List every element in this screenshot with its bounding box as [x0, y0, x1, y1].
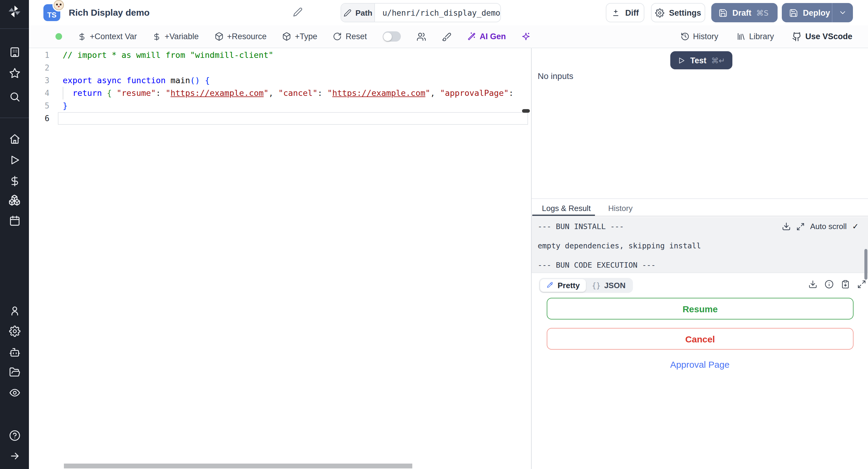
- history-button[interactable]: History: [680, 32, 718, 41]
- resume-button[interactable]: Resume: [547, 298, 854, 319]
- github-icon: [792, 32, 802, 41]
- add-resource-button[interactable]: +Resource: [214, 32, 267, 41]
- sidebar-item-help[interactable]: [7, 428, 22, 442]
- code-token: "cancel": [278, 88, 318, 98]
- line-number: 3: [29, 74, 58, 87]
- path-label: Path: [355, 8, 372, 17]
- code-token: "resume": [117, 88, 156, 98]
- result-info-button[interactable]: [825, 280, 834, 289]
- use-vscode-button[interactable]: Use VScode: [792, 32, 852, 41]
- library-icon: [736, 32, 745, 41]
- expand-logs-button[interactable]: [796, 222, 805, 230]
- code-token: return: [73, 88, 102, 98]
- add-type-button[interactable]: +Type: [282, 32, 317, 41]
- json-tab[interactable]: {} JSON: [586, 279, 632, 292]
- path-label-section: Path: [341, 4, 375, 22]
- sidebar-item-user[interactable]: [7, 303, 22, 318]
- test-button[interactable]: Test ⌘↵: [670, 51, 733, 69]
- deploy-main[interactable]: Deploy: [782, 8, 832, 17]
- editor-toolbar: +Context Var +Variable +Resource +Type: [29, 25, 868, 48]
- dollar-icon: [9, 175, 20, 187]
- diff-icon: [612, 8, 621, 17]
- code-token: "approvalPage": [440, 88, 509, 98]
- download-logs-button[interactable]: [782, 222, 791, 231]
- code-token: (: [190, 75, 195, 85]
- path-field[interactable]: Path u/henri/rich_display_demo: [341, 3, 501, 22]
- deploy-dropdown[interactable]: [832, 8, 853, 17]
- result-divider: [532, 273, 868, 273]
- sidebar-item-workspace[interactable]: [7, 44, 22, 59]
- format-button[interactable]: [441, 32, 451, 41]
- settings-button[interactable]: Settings: [651, 3, 705, 22]
- code-lines[interactable]: // import * as wmill from "windmill-clie…: [58, 49, 528, 125]
- draft-button[interactable]: Draft ⌘S: [711, 3, 778, 22]
- tab-history[interactable]: History: [608, 204, 632, 213]
- panel-splitter[interactable]: [532, 198, 868, 199]
- search-icon: [9, 91, 20, 102]
- line-number: 4: [29, 87, 58, 99]
- sidebar-item-favorites[interactable]: [7, 66, 22, 80]
- line-number: 5: [29, 99, 58, 112]
- copy-result-button[interactable]: [841, 280, 850, 289]
- path-value[interactable]: u/henri/rich_display_demo: [375, 4, 500, 22]
- download-icon: [782, 222, 791, 231]
- add-variable-button[interactable]: +Variable: [153, 32, 198, 41]
- horizontal-scrollbar[interactable]: [64, 464, 412, 468]
- sidebar-expand[interactable]: [7, 448, 22, 463]
- sidebar-item-schedules[interactable]: [7, 213, 22, 228]
- auto-scroll-checkmark[interactable]: ✓: [852, 222, 859, 231]
- add-context-var-button[interactable]: +Context Var: [78, 32, 137, 41]
- cancel-button[interactable]: Cancel: [547, 328, 854, 350]
- library-button[interactable]: Library: [736, 32, 774, 41]
- ai-gen-button[interactable]: AI Gen: [467, 32, 506, 41]
- sidebar-item-settings[interactable]: [7, 324, 22, 338]
- gear-icon: [9, 325, 20, 337]
- windmill-logo[interactable]: [7, 4, 22, 19]
- reset-button[interactable]: Reset: [333, 32, 367, 41]
- sidebar-item-resources[interactable]: [7, 193, 22, 207]
- code-token: ": [166, 88, 170, 98]
- deploy-button[interactable]: Deploy: [782, 3, 853, 22]
- boxes-icon: [8, 194, 21, 206]
- sidebar-item-search[interactable]: [7, 89, 22, 104]
- sidebar-item-workers[interactable]: [7, 345, 22, 359]
- lsp-status-dot: [56, 33, 62, 40]
- code-line[interactable]: return { "resume": "https://example.com"…: [58, 87, 528, 99]
- workspace-icon: [9, 46, 20, 58]
- logs-panel: --- BUN INSTALL ---empty dependencies, s…: [532, 217, 868, 273]
- code-line[interactable]: // import * as wmill from "windmill-clie…: [58, 49, 528, 61]
- maximize-icon: [796, 222, 805, 230]
- diff-mode-toggle[interactable]: [382, 31, 401, 41]
- arrow-right-icon: [9, 450, 20, 462]
- sidebar-item-home[interactable]: [7, 131, 22, 146]
- code-token: async: [97, 75, 121, 85]
- approval-page-link[interactable]: Approval Page: [532, 359, 868, 370]
- code-token: :: [156, 88, 166, 98]
- sidebar-item-variables[interactable]: [7, 174, 22, 188]
- expand-result-button[interactable]: [857, 280, 866, 289]
- auto-scroll-label[interactable]: Auto scroll: [810, 222, 846, 231]
- sidebar-item-runs[interactable]: [7, 153, 22, 167]
- code-line[interactable]: export async function main() {: [58, 74, 528, 87]
- pretty-tab[interactable]: Pretty: [540, 279, 586, 292]
- code-token: ": [264, 88, 269, 98]
- code-line[interactable]: }: [58, 99, 528, 112]
- edit-summary-button[interactable]: [293, 7, 303, 17]
- page-scrollbar-thumb[interactable]: [864, 249, 867, 280]
- package-icon: [214, 32, 223, 41]
- code-token: [121, 75, 126, 85]
- overview-ruler-mark: [522, 109, 530, 113]
- pencil-icon: [293, 7, 303, 17]
- sidebar-item-folders[interactable]: [7, 365, 22, 379]
- ai-gen-label: AI Gen: [479, 32, 506, 41]
- tab-logs-result[interactable]: Logs & Result: [542, 204, 591, 213]
- code-line[interactable]: [58, 61, 528, 74]
- multiplayer-button[interactable]: [416, 32, 426, 41]
- ai-sparkles-button[interactable]: [521, 32, 530, 41]
- diff-button[interactable]: Diff: [606, 3, 644, 22]
- windmill-script-editor: TS Rich Display demo Path u/henri/rich_d…: [0, 0, 868, 469]
- code-line[interactable]: [58, 112, 528, 125]
- sidebar-item-audit[interactable]: [7, 385, 22, 400]
- download-result-button[interactable]: [808, 280, 817, 289]
- users-icon: [416, 32, 426, 41]
